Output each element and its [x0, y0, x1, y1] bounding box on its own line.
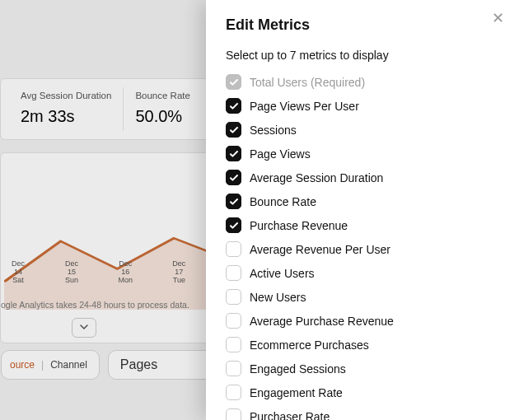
- stat-label: Avg Session Duration: [21, 91, 111, 100]
- metric-row[interactable]: Page Views: [226, 142, 499, 166]
- metric-row: Total Users (Required): [226, 70, 499, 94]
- checkbox-checked-icon[interactable]: [226, 146, 241, 161]
- metric-label: Average Session Duration: [250, 171, 383, 184]
- checkbox-unchecked-icon[interactable]: [226, 361, 241, 376]
- checkbox-unchecked-icon[interactable]: [226, 408, 241, 420]
- edit-metrics-panel: ✕ Edit Metrics Select up to 7 metrics to…: [206, 0, 519, 420]
- stat-value: 50.0%: [135, 107, 202, 126]
- metric-row[interactable]: Average Revenue Per User: [226, 237, 499, 261]
- checkbox-disabled-icon: [226, 74, 241, 90]
- checkbox-unchecked-icon[interactable]: [226, 289, 241, 305]
- close-button[interactable]: ✕: [488, 8, 507, 28]
- x-tick-label: Dec16Mon: [113, 260, 138, 285]
- checkbox-unchecked-icon[interactable]: [226, 313, 241, 329]
- metric-row[interactable]: Active Users: [226, 261, 499, 285]
- modal-title: Edit Metrics: [226, 16, 499, 34]
- stat-value: 2m 33s: [21, 107, 111, 126]
- metric-row[interactable]: Average Purchase Revenue: [226, 309, 499, 333]
- metric-label: Page Views: [250, 147, 311, 161]
- metric-row[interactable]: Purchase Revenue: [226, 213, 499, 237]
- metric-label: Average Revenue Per User: [250, 243, 390, 256]
- stat-bounce-rate[interactable]: Bounce Rate 50.0%: [124, 87, 214, 131]
- checkbox-unchecked-icon[interactable]: [226, 385, 241, 400]
- metric-row[interactable]: Average Session Duration: [226, 166, 499, 189]
- x-tick-label: Dec14Sat: [6, 260, 30, 285]
- metric-label: Engagement Rate: [250, 386, 343, 399]
- metric-label: Average Purchase Revenue: [250, 315, 394, 328]
- metric-label: Purchase Revenue: [250, 219, 348, 232]
- metric-label: New Users: [250, 291, 306, 304]
- tab-part-source: ource: [10, 359, 35, 371]
- checkbox-checked-icon[interactable]: [226, 217, 241, 233]
- stat-avg-session-duration[interactable]: Avg Session Duration 2m 33s: [9, 87, 124, 131]
- x-tick-label: Dec15Sun: [59, 260, 84, 285]
- checkbox-checked-icon[interactable]: [226, 98, 241, 114]
- stat-label: Bounce Rate: [135, 91, 202, 100]
- checkbox-checked-icon[interactable]: [226, 170, 241, 185]
- x-tick-label: Dec17Tue: [166, 260, 191, 285]
- metric-label: Purchaser Rate: [250, 410, 330, 421]
- metric-label: Active Users: [250, 267, 315, 280]
- metric-row[interactable]: Purchaser Rate: [226, 404, 499, 420]
- chevron-down-icon: [79, 320, 89, 335]
- close-icon: ✕: [492, 9, 504, 27]
- tab-part-channel: Channel: [50, 359, 87, 371]
- metric-label: Ecommerce Purchases: [250, 338, 369, 352]
- checkbox-unchecked-icon[interactable]: [226, 265, 241, 281]
- metric-row[interactable]: Engaged Sessions: [226, 357, 499, 380]
- checkbox-checked-icon[interactable]: [226, 122, 241, 138]
- metric-row[interactable]: Engagement Rate: [226, 380, 499, 404]
- modal-subtitle: Select up to 7 metrics to display: [226, 49, 499, 62]
- metric-label: Total Users (Required): [250, 76, 365, 89]
- metric-list: Total Users (Required)Page Views Per Use…: [226, 70, 499, 420]
- checkbox-unchecked-icon[interactable]: [226, 337, 241, 352]
- metric-label: Page Views Per User: [250, 100, 359, 113]
- metric-row[interactable]: Ecommerce Purchases: [226, 333, 499, 357]
- tab-source-channel[interactable]: ource | Channel: [1, 350, 100, 380]
- metric-label: Engaged Sessions: [250, 362, 346, 376]
- metric-label: Sessions: [250, 124, 297, 137]
- metric-label: Bounce Rate: [250, 195, 316, 208]
- expand-button[interactable]: [72, 318, 96, 338]
- analytics-footnote: ogle Analytics takes 24-48 hours to proc…: [1, 300, 189, 310]
- checkbox-checked-icon[interactable]: [226, 194, 241, 209]
- metric-row[interactable]: Page Views Per User: [226, 94, 499, 118]
- metric-row[interactable]: Bounce Rate: [226, 189, 499, 213]
- checkbox-unchecked-icon[interactable]: [226, 241, 241, 257]
- metric-row[interactable]: New Users: [226, 285, 499, 309]
- metric-row[interactable]: Sessions: [226, 118, 499, 142]
